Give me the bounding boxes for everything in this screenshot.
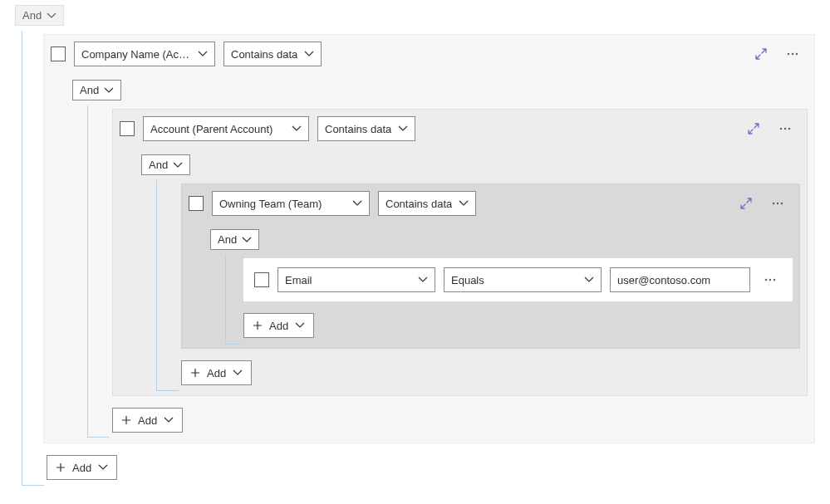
svg-point-8	[781, 203, 783, 204]
group-3-field-label: Owning Team (Team)	[219, 198, 322, 210]
root-operator-dropdown[interactable]: And	[15, 5, 64, 26]
group-3: Owning Team (Team) Contains data	[181, 183, 800, 349]
group-2-field-dropdown[interactable]: Account (Parent Account)	[143, 116, 309, 141]
add-label: Add	[207, 367, 226, 379]
chevron-down-icon	[242, 235, 252, 245]
root-add-button[interactable]: Add	[47, 455, 117, 480]
group-3-operator-dropdown[interactable]: And	[210, 229, 259, 250]
group-3-operator-label: And	[218, 233, 237, 246]
svg-point-1	[792, 53, 793, 55]
svg-point-4	[784, 128, 786, 130]
plus-icon	[121, 415, 131, 425]
chevron-down-icon	[98, 462, 108, 472]
group-1-operator-dropdown[interactable]: And	[72, 80, 121, 100]
add-label: Add	[138, 414, 157, 427]
condition-value-input[interactable]: user@contoso.com	[610, 267, 750, 292]
chevron-down-icon	[292, 124, 302, 134]
plus-icon	[56, 462, 66, 472]
condition-operator-label: Equals	[451, 274, 484, 286]
condition-more-button[interactable]	[759, 268, 782, 291]
chevron-down-icon	[418, 275, 428, 285]
chevron-down-icon	[164, 415, 174, 425]
chevron-down-icon	[304, 49, 314, 59]
add-label: Add	[269, 320, 288, 332]
group-1-collapse-button[interactable]	[749, 42, 773, 66]
group-1-condition-label: Contains data	[231, 48, 297, 61]
collapse-icon	[747, 122, 760, 135]
group-1-condition-dropdown[interactable]: Contains data	[223, 42, 322, 66]
chevron-down-icon	[173, 160, 183, 170]
filter-builder: And Company Name (Accou… Contains data	[0, 0, 830, 495]
condition-row: Email Equals	[243, 258, 793, 301]
group-1-more-button[interactable]	[781, 42, 804, 66]
group-2-operator-label: And	[149, 159, 168, 171]
condition-operator-dropdown[interactable]: Equals	[444, 267, 602, 292]
group-2-condition-dropdown[interactable]: Contains data	[317, 116, 415, 141]
chevron-down-icon	[584, 275, 594, 285]
group-3-condition-dropdown[interactable]: Contains data	[378, 191, 476, 216]
chevron-down-icon	[295, 321, 305, 330]
svg-point-7	[777, 203, 778, 204]
collapse-icon	[739, 197, 753, 210]
group-1: Company Name (Accou… Contains data	[43, 34, 815, 443]
condition-field-dropdown[interactable]: Email	[277, 267, 435, 292]
group-3-condition-label: Contains data	[386, 198, 452, 210]
collapse-icon	[754, 47, 768, 61]
svg-point-3	[780, 128, 782, 130]
svg-point-9	[765, 279, 767, 281]
svg-point-10	[769, 279, 771, 281]
more-horizontal-icon	[778, 122, 792, 135]
group-2-operator-dropdown[interactable]: And	[141, 154, 190, 175]
group-2-collapse-button[interactable]	[742, 117, 765, 140]
chevron-down-icon	[47, 11, 56, 21]
plus-icon	[253, 321, 263, 330]
add-label: Add	[72, 462, 91, 474]
condition-value-text: user@contoso.com	[617, 274, 710, 286]
chevron-down-icon	[233, 368, 243, 378]
group-2-field-label: Account (Parent Account)	[150, 123, 273, 135]
root-operator-label: And	[22, 9, 42, 22]
chevron-down-icon	[398, 124, 408, 134]
chevron-down-icon	[104, 86, 114, 95]
chevron-down-icon	[459, 198, 469, 208]
group-2-more-button[interactable]	[774, 117, 797, 140]
group-3-collapse-button[interactable]	[734, 192, 758, 215]
chevron-down-icon	[198, 49, 208, 59]
more-horizontal-icon	[771, 197, 784, 210]
chevron-down-icon	[352, 198, 362, 208]
more-horizontal-icon	[786, 47, 799, 61]
group-1-field-label: Company Name (Accou…	[81, 48, 191, 61]
group-3-add-button[interactable]: Add	[243, 313, 314, 338]
plus-icon	[190, 368, 200, 378]
group-2-checkbox[interactable]	[120, 121, 135, 136]
condition-checkbox[interactable]	[254, 272, 269, 287]
group-3-more-button[interactable]	[766, 192, 789, 215]
svg-point-11	[774, 279, 775, 281]
group-2: Account (Parent Account) Contains data	[112, 109, 808, 396]
group-1-operator-label: And	[80, 84, 99, 96]
group-2-add-button[interactable]: Add	[181, 360, 252, 385]
group-1-add-button[interactable]: Add	[112, 408, 183, 433]
group-1-checkbox[interactable]	[51, 46, 66, 61]
more-horizontal-icon	[764, 273, 777, 286]
condition-field-label: Email	[285, 274, 312, 286]
svg-point-5	[788, 128, 790, 130]
svg-point-2	[796, 53, 798, 55]
group-3-checkbox[interactable]	[189, 196, 204, 211]
svg-point-0	[788, 53, 789, 55]
group-1-field-dropdown[interactable]: Company Name (Accou…	[74, 42, 215, 66]
group-2-condition-label: Contains data	[325, 123, 391, 135]
svg-point-6	[773, 203, 774, 204]
group-3-field-dropdown[interactable]: Owning Team (Team)	[212, 191, 370, 216]
